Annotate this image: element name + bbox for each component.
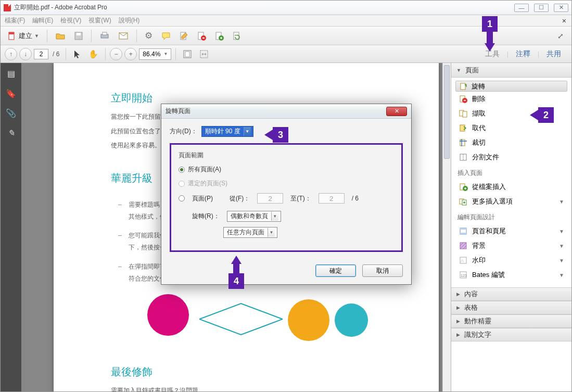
panel-label: 動作精靈 — [464, 317, 491, 326]
panel-label: 表格 — [464, 303, 478, 312]
tool-more-insert[interactable]: 更多插入選項 ▼ — [455, 194, 567, 209]
chevron-down-icon: ▼ — [456, 68, 461, 73]
radio-all-pages[interactable]: 所有頁面(A) — [179, 165, 394, 174]
delete-page-button[interactable] — [194, 29, 209, 43]
tool-split[interactable]: 分割文件 — [455, 150, 567, 165]
panel-section-content[interactable]: ▶內容 — [451, 287, 571, 301]
extract-icon — [459, 109, 468, 118]
radio-label: 所有頁面(A) — [188, 165, 221, 174]
fullscreen-button[interactable]: ⤢ — [554, 29, 567, 43]
rotate-select-label: 旋轉(R)： — [192, 212, 220, 221]
dialog-title-bar[interactable]: 旋轉頁面 ✕ — [161, 104, 411, 119]
gear-icon: ⚙ — [145, 30, 152, 41]
tool-replace[interactable]: 取代 — [455, 121, 567, 135]
separator — [175, 48, 176, 60]
tool-watermark[interactable]: A 水印 ▼ — [455, 253, 567, 268]
menu-help[interactable]: 說明(H) — [119, 16, 140, 25]
create-label: 建立 — [19, 31, 32, 41]
panel-header-label: 頁面 — [465, 66, 479, 75]
dialog-close-button[interactable]: ✕ — [386, 107, 407, 116]
direction-select[interactable]: 順時針 90 度 ▼ — [201, 126, 253, 137]
navigation-strip: ▤ 🔖 📎 ✎ — [1, 63, 21, 391]
tool-label: 分割文件 — [472, 153, 499, 162]
settings-button[interactable]: ⚙ — [142, 29, 156, 43]
menu-view[interactable]: 檢視(V) — [60, 16, 81, 25]
signature-icon[interactable]: ✎ — [6, 128, 16, 138]
thumbnails-icon[interactable]: ▤ — [6, 68, 16, 79]
title-bar: 立即開始.pdf - Adobe Acrobat Pro — ☐ ✕ — [1, 1, 571, 15]
attachment-icon[interactable]: 📎 — [6, 108, 16, 118]
tool-insert-from-file[interactable]: 從檔案插入 — [455, 180, 567, 194]
save-button[interactable] — [71, 29, 86, 43]
tool-crop[interactable]: 裁切 — [455, 135, 567, 150]
tool-label: 水印 — [472, 256, 486, 265]
tool-delete[interactable]: 刪除 — [455, 92, 567, 106]
menu-file[interactable]: 檔案(F) — [5, 16, 25, 25]
bookmark-icon[interactable]: 🔖 — [6, 88, 16, 98]
zoom-in-button[interactable]: + — [124, 48, 137, 60]
rotate-page-button[interactable] — [230, 29, 244, 43]
minimize-button[interactable]: — — [514, 4, 529, 12]
tool-background[interactable]: 背景 ▼ — [455, 238, 567, 253]
cancel-button[interactable]: 取消 — [362, 264, 403, 277]
orientation-select[interactable]: 任意方向頁面 ▼ — [223, 227, 277, 238]
comments-link[interactable]: 注釋 — [516, 49, 530, 59]
chevron-down-icon: ▼ — [163, 52, 168, 56]
fit-page-button[interactable] — [180, 47, 195, 61]
evenodd-select[interactable]: 偶數和奇數頁 ▼ — [227, 211, 281, 222]
fit-width-button[interactable] — [197, 47, 211, 61]
chevron-down-icon: ▼ — [244, 127, 251, 136]
panel-section-action[interactable]: ▶動作精靈 — [451, 314, 571, 328]
hand-tool-button[interactable]: ✋ — [86, 47, 101, 61]
doc-heading-1: 立即開始 — [111, 91, 402, 105]
close-doc-button[interactable]: × — [562, 17, 566, 25]
callout-number: 1 — [482, 16, 498, 32]
from-input[interactable] — [257, 193, 283, 204]
page-number-input[interactable] — [34, 49, 48, 59]
svg-rect-14 — [185, 52, 189, 57]
add-page-button[interactable] — [212, 29, 226, 43]
zoom-select[interactable]: 86.4% ▼ — [139, 48, 171, 60]
svg-rect-29 — [460, 228, 466, 230]
tool-label: 從檔案插入 — [472, 182, 506, 192]
callout-4: 4 — [228, 256, 244, 289]
insert-file-icon — [459, 182, 468, 192]
tool-rotate[interactable]: 旋轉 — [455, 81, 567, 92]
create-button[interactable]: 建立 ▼ — [5, 29, 42, 43]
ok-button[interactable]: 確定 — [315, 264, 356, 277]
tool-label: 背景 — [472, 241, 486, 250]
tool-label: 裁切 — [472, 138, 486, 147]
hand-icon: ✋ — [88, 49, 98, 59]
direction-label: 方向(D)： — [170, 127, 197, 136]
comment-button[interactable] — [159, 29, 173, 43]
vertical-scrollbar[interactable] — [442, 63, 451, 391]
panel-label: 內容 — [464, 289, 478, 299]
svg-rect-3 — [77, 33, 81, 35]
panel-section-table[interactable]: ▶表格 — [451, 301, 571, 314]
menu-edit[interactable]: 編輯(E) — [32, 16, 53, 25]
panel-section-recognize[interactable]: ▶識別文字 — [451, 328, 571, 342]
tool-header-footer[interactable]: 頁首和頁尾 ▼ — [455, 224, 567, 238]
close-window-button[interactable]: ✕ — [554, 4, 568, 12]
email-button[interactable] — [116, 29, 131, 43]
menu-window[interactable]: 視窗(W) — [88, 16, 111, 25]
zoom-out-button[interactable]: − — [110, 48, 122, 60]
print-button[interactable] — [97, 29, 112, 43]
tool-bates[interactable]: 123 Bates 編號 ▼ — [455, 268, 567, 282]
more-insert-icon — [459, 197, 468, 206]
to-input[interactable] — [319, 193, 345, 204]
chevron-down-icon: ▼ — [559, 199, 564, 205]
open-button[interactable] — [53, 29, 68, 43]
next-page-button[interactable]: ↓ — [19, 48, 32, 60]
radio-page-range[interactable]: 頁面(P) 從(F)： 至(T)： / 6 — [179, 193, 394, 204]
prev-page-button[interactable]: ↑ — [5, 48, 17, 60]
delete-icon — [459, 94, 468, 104]
doc-text: 需要加入目錄或書目嗎？沒問題。 — [111, 385, 402, 391]
edit-doc-button[interactable] — [176, 29, 191, 43]
scrollbar-thumb[interactable] — [444, 65, 450, 159]
share-link[interactable]: 共用 — [546, 49, 561, 59]
maximize-button[interactable]: ☐ — [534, 4, 549, 12]
tool-label: 刪除 — [472, 94, 486, 104]
select-tool-button[interactable] — [70, 47, 84, 61]
panel-section-pages[interactable]: ▼ 頁面 — [451, 63, 571, 78]
